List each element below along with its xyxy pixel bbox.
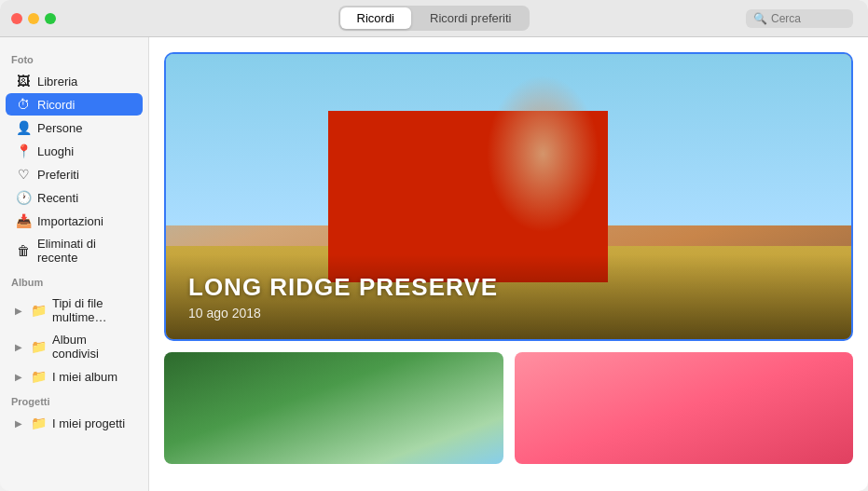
persone-icon: 👤 — [15, 120, 32, 135]
sidebar-item-miei-album-label: I miei album — [52, 370, 117, 384]
sidebar-item-luoghi[interactable]: 📍 Luoghi — [6, 140, 143, 162]
memory-overlay: LONG RIDGE PRESERVE 10 ago 2018 — [166, 254, 851, 339]
preferiti-icon: ♡ — [15, 167, 32, 182]
sidebar-item-tipi-file-label: Tipi di file multime… — [52, 296, 133, 324]
sidebar-item-libreria-label: Libreria — [37, 75, 77, 89]
sidebar-item-album-condivisi[interactable]: ▶ 📁 Album condivisi — [6, 329, 143, 364]
recenti-icon: 🕐 — [15, 190, 32, 205]
close-button[interactable] — [11, 13, 22, 24]
sidebar-item-ricordi[interactable]: ⏱ Ricordi — [6, 93, 143, 116]
sidebar: Foto 🖼 Libreria ⏱ Ricordi 👤 Persone 📍 Lu… — [0, 37, 149, 491]
expander-miei-album-icon: ▶ — [15, 372, 22, 382]
featured-memory[interactable]: LONG RIDGE PRESERVE 10 ago 2018 — [164, 52, 853, 341]
luoghi-icon: 📍 — [15, 143, 32, 158]
sidebar-item-preferiti-label: Preferiti — [37, 168, 79, 182]
album-condivisi-icon: 📁 — [30, 339, 47, 354]
sidebar-item-tipi-file[interactable]: ▶ 📁 Tipi di file multime… — [6, 293, 143, 328]
sidebar-item-eliminati[interactable]: 🗑 Eliminati di recente — [6, 233, 143, 268]
sidebar-item-persone[interactable]: 👤 Persone — [6, 116, 143, 139]
main-layout: Foto 🖼 Libreria ⏱ Ricordi 👤 Persone 📍 Lu… — [0, 37, 868, 491]
eliminati-icon: 🗑 — [15, 243, 32, 258]
tipi-file-icon: 📁 — [30, 303, 47, 318]
sidebar-item-importazioni-label: Importazioni — [37, 214, 103, 228]
sidebar-item-recenti-label: Recenti — [37, 191, 78, 205]
memory-date: 10 ago 2018 — [188, 306, 829, 321]
sidebar-item-luoghi-label: Luoghi — [37, 144, 74, 158]
miei-progetti-icon: 📁 — [30, 416, 47, 430]
expander-tipi-icon: ▶ — [15, 306, 22, 316]
memory-title: LONG RIDGE PRESERVE — [188, 273, 829, 302]
search-box: 🔍 — [746, 9, 853, 28]
titlebar-tabs: Ricordi Ricordi preferiti — [338, 6, 530, 31]
sidebar-item-importazioni[interactable]: 📥 Importazioni — [6, 210, 143, 232]
sidebar-item-libreria[interactable]: 🖼 Libreria — [6, 70, 143, 92]
tab-ricordi-preferiti[interactable]: Ricordi preferiti — [413, 7, 528, 29]
progetti-section-label: Progetti — [0, 389, 148, 411]
tab-ricordi[interactable]: Ricordi — [340, 7, 411, 29]
minimize-button[interactable] — [28, 13, 39, 24]
titlebar: Ricordi Ricordi preferiti 🔍 — [0, 0, 868, 37]
sidebar-item-album-condivisi-label: Album condivisi — [52, 333, 133, 361]
photo-grid — [164, 352, 853, 464]
sidebar-item-miei-album[interactable]: ▶ 📁 I miei album — [6, 365, 143, 388]
libreria-icon: 🖼 — [15, 74, 32, 89]
content-area: LONG RIDGE PRESERVE 10 ago 2018 — [149, 37, 868, 491]
expander-progetti-icon: ▶ — [15, 418, 22, 429]
miei-album-icon: 📁 — [30, 369, 47, 384]
search-icon: 🔍 — [753, 12, 767, 25]
photo-thumb-2[interactable] — [515, 352, 854, 464]
sidebar-item-ricordi-label: Ricordi — [37, 98, 75, 112]
foto-section-label: Foto — [0, 47, 148, 69]
search-input[interactable] — [771, 12, 846, 25]
sidebar-item-persone-label: Persone — [37, 121, 82, 135]
expander-condivisi-icon: ▶ — [15, 342, 22, 352]
sidebar-item-miei-progetti-label: I miei progetti — [52, 416, 125, 430]
ricordi-icon: ⏱ — [15, 97, 32, 112]
sidebar-item-recenti[interactable]: 🕐 Recenti — [6, 186, 143, 209]
traffic-lights — [11, 13, 56, 24]
maximize-button[interactable] — [45, 13, 56, 24]
sidebar-item-eliminati-label: Eliminati di recente — [37, 237, 133, 265]
sidebar-item-preferiti[interactable]: ♡ Preferiti — [6, 163, 143, 185]
photo-thumb-1[interactable] — [164, 352, 503, 464]
sidebar-item-miei-progetti[interactable]: ▶ 📁 I miei progetti — [6, 412, 143, 434]
importazioni-icon: 📥 — [15, 213, 32, 228]
album-section-label: Album — [0, 269, 148, 292]
